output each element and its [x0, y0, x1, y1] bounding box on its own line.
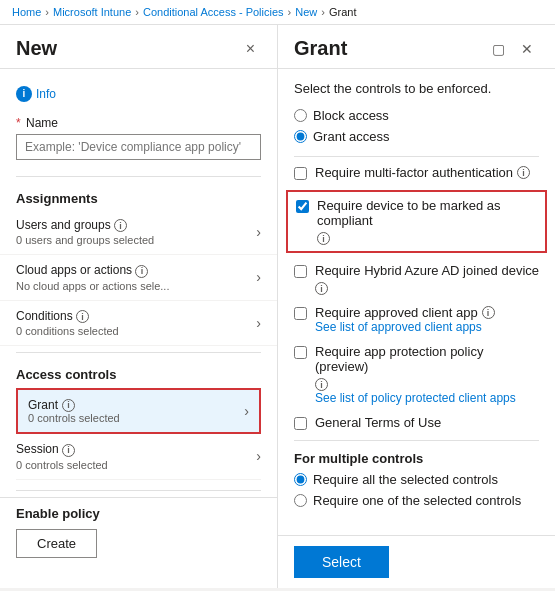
approved-app-label: Require approved client app — [315, 305, 478, 320]
breadcrumb-sep-1: › — [45, 6, 49, 18]
mfa-label: Require multi-factor authentication — [315, 165, 513, 180]
approved-app-info-icon[interactable]: i — [482, 306, 495, 319]
session-subtitle: 0 controls selected — [16, 459, 108, 471]
approved-app-item: Require approved client app i See list o… — [294, 305, 539, 334]
grant-access-radio[interactable] — [294, 130, 307, 143]
assignment-users[interactable]: Users and groups i 0 users and groups se… — [0, 210, 277, 256]
assignment-conditions[interactable]: Conditions i 0 conditions selected › — [0, 301, 277, 347]
general-terms-label: General Terms of Use — [315, 415, 441, 430]
hybrid-item: Require Hybrid Azure AD joined device i — [294, 263, 539, 295]
breadcrumb-new[interactable]: New — [295, 6, 317, 18]
breadcrumb-sep-2: › — [135, 6, 139, 18]
general-terms-checkbox[interactable] — [294, 417, 307, 430]
multiple-controls-heading: For multiple controls — [294, 451, 539, 466]
info-section: i Info — [0, 79, 277, 112]
compliant-checkbox[interactable] — [296, 200, 309, 213]
users-info-icon[interactable]: i — [114, 219, 127, 232]
breadcrumb-home[interactable]: Home — [12, 6, 41, 18]
access-controls-label: Access controls — [16, 367, 261, 382]
session-info-icon[interactable]: i — [62, 444, 75, 457]
grant-access-label: Grant access — [313, 129, 390, 144]
mfa-checkbox[interactable] — [294, 167, 307, 180]
right-panel-footer: Select — [278, 535, 555, 588]
left-panel-title: New — [16, 37, 57, 60]
compliant-label: Require device to be marked as compliant — [317, 198, 537, 228]
left-panel-header: New × — [0, 25, 277, 69]
require-all-radio[interactable] — [294, 473, 307, 486]
conditions-chevron: › — [256, 315, 261, 331]
hybrid-info-icon[interactable]: i — [315, 282, 328, 295]
session-chevron: › — [256, 448, 261, 464]
conditions-info-icon[interactable]: i — [76, 310, 89, 323]
app-protection-checkbox[interactable] — [294, 346, 307, 359]
required-star: * — [16, 116, 21, 130]
cloud-apps-chevron: › — [256, 269, 261, 285]
app-protection-item: Require app protection policy (preview) … — [294, 344, 539, 405]
breadcrumb-current: Grant — [329, 6, 357, 18]
grant-access-option[interactable]: Grant access — [294, 129, 539, 144]
assignment-cloud-apps[interactable]: Cloud apps or actions i No cloud apps or… — [0, 255, 277, 301]
grant-subtitle: 0 controls selected — [28, 412, 120, 424]
breadcrumb-policies[interactable]: Conditional Access - Policies — [143, 6, 284, 18]
grant-info-icon[interactable]: i — [62, 399, 75, 412]
right-panel-title: Grant — [294, 37, 347, 60]
enable-policy-label: Enable policy — [16, 506, 261, 521]
app-protection-sublabel[interactable]: See list of policy protected client apps — [315, 391, 539, 405]
name-label: * Name — [16, 116, 261, 130]
mfa-item: Require multi-factor authentication i — [294, 165, 539, 180]
breadcrumb-intune[interactable]: Microsoft Intune — [53, 6, 131, 18]
general-terms-item: General Terms of Use — [294, 415, 539, 430]
select-button[interactable]: Select — [294, 546, 389, 578]
block-access-label: Block access — [313, 108, 389, 123]
hybrid-checkbox[interactable] — [294, 265, 307, 278]
access-controls-box: Grant i 0 controls selected › — [16, 388, 261, 434]
cloud-apps-info-icon[interactable]: i — [135, 265, 148, 278]
users-chevron: › — [256, 224, 261, 240]
divider-assignments — [16, 176, 261, 177]
name-input[interactable] — [16, 134, 261, 160]
name-section: * Name — [0, 112, 277, 170]
right-panel-content: Select the controls to be enforced. Bloc… — [278, 69, 555, 535]
app-protection-label: Require app protection policy (preview) — [315, 344, 539, 374]
right-panel: Grant ▢ ✕ Select the controls to be enfo… — [278, 25, 555, 588]
breadcrumb: Home › Microsoft Intune › Conditional Ac… — [0, 0, 555, 25]
require-one-radio[interactable] — [294, 494, 307, 507]
breadcrumb-sep-4: › — [321, 6, 325, 18]
left-panel-content: i Info * Name Assignments Users and grou… — [0, 69, 277, 588]
create-button[interactable]: Create — [16, 529, 97, 558]
compliant-item: Require device to be marked as compliant… — [286, 190, 547, 253]
require-one-label: Require one of the selected controls — [313, 493, 521, 508]
grant-chevron: › — [244, 403, 249, 419]
cloud-apps-subtitle: No cloud apps or actions sele... — [16, 280, 169, 292]
info-icon: i — [16, 86, 32, 102]
divider-multiple-controls — [294, 440, 539, 441]
conditions-subtitle: 0 conditions selected — [16, 325, 119, 337]
info-badge: i Info — [16, 86, 56, 102]
assignments-label: Assignments — [0, 183, 277, 210]
right-panel-controls: ▢ ✕ — [486, 39, 539, 59]
left-panel: New × i Info * Name Assignments — [0, 25, 278, 588]
users-subtitle: 0 users and groups selected — [16, 234, 154, 246]
close-button[interactable]: × — [240, 38, 261, 60]
divider-enable-policy — [16, 490, 261, 491]
require-all-option[interactable]: Require all the selected controls — [294, 472, 539, 487]
require-one-option[interactable]: Require one of the selected controls — [294, 493, 539, 508]
block-access-radio[interactable] — [294, 109, 307, 122]
compliant-info-icon[interactable]: i — [317, 232, 330, 245]
session-item[interactable]: Session i 0 controls selected › — [16, 434, 261, 480]
info-label: Info — [36, 87, 56, 101]
right-close-button[interactable]: ✕ — [515, 39, 539, 59]
enable-policy-section: Enable policy Create — [0, 497, 277, 562]
multiple-controls-group: Require all the selected controls Requir… — [294, 472, 539, 508]
access-controls-section: Access controls Grant i 0 controls selec… — [0, 359, 277, 484]
app-protection-info-icon[interactable]: i — [315, 378, 328, 391]
approved-app-checkbox[interactable] — [294, 307, 307, 320]
divider-access-controls — [16, 352, 261, 353]
restore-button[interactable]: ▢ — [486, 39, 511, 59]
grant-item[interactable]: Grant i 0 controls selected › — [18, 390, 259, 432]
approved-app-sublabel[interactable]: See list of approved client apps — [315, 320, 495, 334]
divider-checkboxes — [294, 156, 539, 157]
right-panel-subtitle: Select the controls to be enforced. — [294, 81, 539, 96]
block-access-option[interactable]: Block access — [294, 108, 539, 123]
mfa-info-icon[interactable]: i — [517, 166, 530, 179]
